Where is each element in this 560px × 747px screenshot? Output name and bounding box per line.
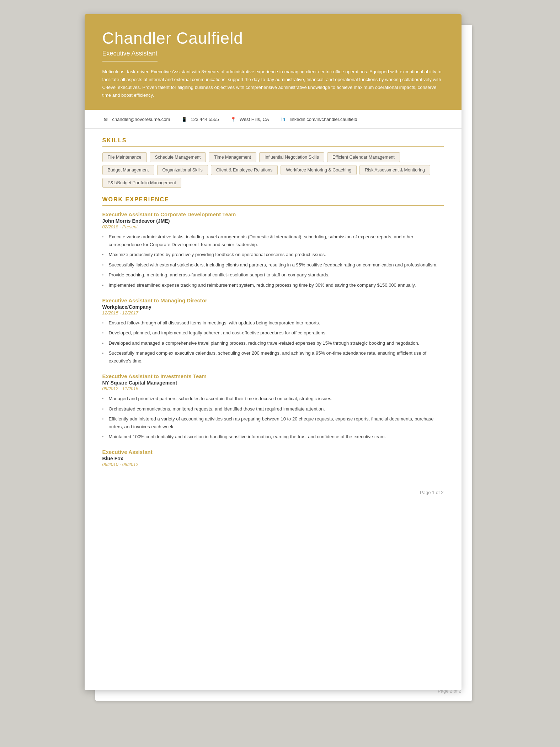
skill-tag: Risk Assessment & Monitoring [359,165,430,175]
job-1-bullets: Execute various administrative tasks, in… [102,233,444,289]
work-section: WORK EXPERIENCE Executive Assistant to C… [102,196,444,467]
job-3-dates: 09/2012 - 11/2015 [102,386,444,391]
job-2: Executive Assistant to Managing Director… [102,297,444,365]
skill-tag: Workforce Mentoring & Coaching [281,165,357,175]
list-item: Maximize productivity rates by proactive… [102,251,444,258]
page-1: Chandler Caulfield Executive Assistant M… [85,14,462,690]
job-4: Executive Assistant Blue Fox 06/2010 - 0… [102,449,444,467]
phone-icon: 📱 [181,116,188,123]
contact-email: ✉ chandler@novoresume.com [102,116,170,123]
job-1-company: John Morris Endeavor (JME) [102,218,444,224]
skills-section-title: SKILLS [102,137,444,147]
email-icon: ✉ [102,116,110,123]
location-text: West Hills, CA [240,117,269,122]
page-1-number: Page 1 of 2 [85,484,462,501]
phone-text: 123 444 5555 [191,117,219,122]
resume-body: SKILLS File Maintenance Schedule Managem… [85,129,462,484]
skill-tag: P&L/Budget Portfolio Management [102,178,181,188]
job-1-title: Executive Assistant to Corporate Develop… [102,211,444,217]
skill-tag: Influential Negotiation Skills [259,152,324,162]
list-item: Maintained 100% confidentiality and disc… [102,433,444,440]
job-4-dates: 06/2010 - 08/2012 [102,462,444,467]
job-4-title: Executive Assistant [102,449,444,455]
list-item: Orchestrated communications, monitored r… [102,405,444,413]
job-2-bullets: Ensured follow-through of all discussed … [102,319,444,365]
job-1: Executive Assistant to Corporate Develop… [102,211,444,289]
email-text: chandler@novoresume.com [112,117,170,122]
contact-linkedin: in linkedin.com/in/chandler.caulfield [280,116,357,123]
contact-location: 📍 West Hills, CA [230,116,269,123]
resume-header: Chandler Caulfield Executive Assistant M… [85,14,462,110]
list-item: Managed and prioritized partners' schedu… [102,395,444,402]
location-icon: 📍 [230,116,237,123]
job-1-dates: 02/2018 - Present [102,224,444,229]
skills-section: SKILLS File Maintenance Schedule Managem… [102,137,444,188]
list-item: Execute various administrative tasks, in… [102,233,444,248]
list-item: Provide coaching, mentoring, and cross-f… [102,271,444,279]
list-item: Implemented streamlined expense tracking… [102,281,444,289]
list-item: Efficiently administered a variety of ac… [102,415,444,430]
skill-tag: Client & Employee Relations [211,165,278,175]
job-2-company: Workplace/Company [102,304,444,310]
skill-tag: Time Management [209,152,256,162]
skill-tag: Organizational Skills [157,165,208,175]
contact-phone: 📱 123 444 5555 [181,116,219,123]
skill-tag: File Maintenance [102,152,147,162]
contact-bar: ✉ chandler@novoresume.com 📱 123 444 5555… [85,110,462,129]
skill-tag: Budget Management [102,165,154,175]
job-3-company: NY Square Capital Management [102,380,444,386]
job-3: Executive Assistant to Investments Team … [102,373,444,440]
list-item: Developed, planned, and implemented lega… [102,329,444,337]
job-3-bullets: Managed and prioritized partners' schedu… [102,395,444,440]
page-stack: EDU Bach Temp 2007 - VOL Volu Mary 01/20… [85,14,476,690]
candidate-title: Executive Assistant [102,50,158,62]
job-2-title: Executive Assistant to Managing Director [102,297,444,303]
list-item: Successfully liaised with external stake… [102,261,444,269]
candidate-name: Chandler Caulfield [102,28,444,48]
list-item: Ensured follow-through of all discussed … [102,319,444,327]
candidate-summary: Meticulous, task-driven Executive Assist… [102,68,444,99]
list-item: Developed and managed a comprehensive tr… [102,339,444,347]
job-4-company: Blue Fox [102,456,444,461]
skill-tag: Efficient Calendar Management [327,152,400,162]
work-section-title: WORK EXPERIENCE [102,196,444,206]
job-3-title: Executive Assistant to Investments Team [102,373,444,379]
list-item: Successfully managed complex executive c… [102,349,444,365]
linkedin-text: linkedin.com/in/chandler.caulfield [290,117,357,122]
job-2-dates: 12/2015 - 12/2017 [102,311,444,316]
skills-container: File Maintenance Schedule Management Tim… [102,152,444,188]
linkedin-icon: in [280,116,287,123]
skill-tag: Schedule Management [150,152,206,162]
